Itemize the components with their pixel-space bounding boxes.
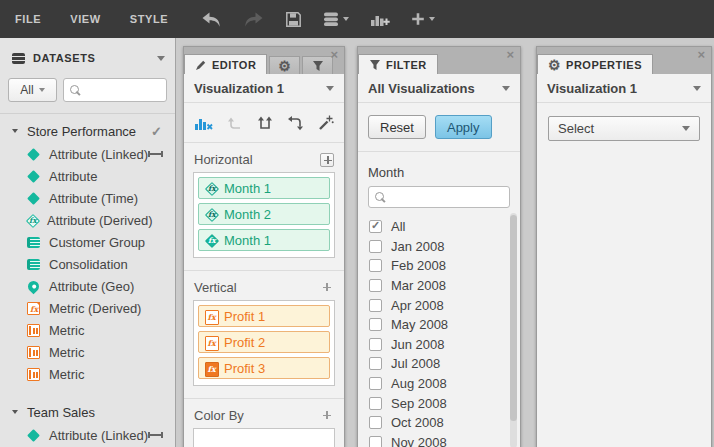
- checkbox[interactable]: [369, 357, 382, 370]
- dataset-object-icon: [27, 346, 40, 359]
- filter-option-row[interactable]: Aug 2008: [369, 374, 520, 394]
- swap-axes-icon[interactable]: [256, 115, 274, 131]
- checkbox[interactable]: [369, 377, 382, 390]
- filter-option-row[interactable]: Jul 2008: [369, 354, 520, 374]
- checkbox[interactable]: [369, 299, 382, 312]
- dataset-tree-row[interactable]: Attribute: [0, 165, 175, 187]
- attribute-chip[interactable]: Month 2: [198, 203, 330, 225]
- color-by-section: Color By: [184, 398, 344, 447]
- filter-search-input[interactable]: [391, 190, 503, 204]
- dataset-tree-row[interactable]: Attribute (Derived): [0, 209, 175, 231]
- dataset-tree-row[interactable]: Consolidation: [0, 253, 175, 275]
- menu-item[interactable]: VIEW: [68, 9, 103, 29]
- auto-arrange-wand-icon[interactable]: [317, 115, 334, 131]
- horizontal-section: Horizontal Month 1 Month 2: [184, 143, 344, 260]
- filter-option-row[interactable]: Apr 2008: [369, 295, 520, 315]
- close-icon[interactable]: ×: [330, 48, 338, 62]
- save-icon[interactable]: [285, 11, 302, 28]
- properties-visualization-selector[interactable]: Visualization 1: [537, 74, 711, 103]
- attribute-chip-label: Month 2: [224, 207, 271, 222]
- properties-select-dropdown[interactable]: Select: [548, 116, 700, 141]
- dataset-tree-row[interactable]: Metric: [0, 363, 175, 385]
- checkbox[interactable]: [369, 397, 382, 410]
- visualization-gallery-icon[interactable]: [194, 115, 213, 131]
- close-icon[interactable]: ×: [506, 48, 514, 62]
- metric-chip[interactable]: Profit 2: [198, 331, 330, 353]
- checkbox[interactable]: [369, 279, 382, 292]
- filter-option-row[interactable]: Feb 2008: [369, 256, 520, 276]
- chevron-down-icon: [343, 17, 349, 21]
- filter-option-row[interactable]: Jan 2008: [369, 237, 520, 257]
- tab-editor-filter[interactable]: [302, 56, 333, 74]
- filter-option-row[interactable]: Jun 2008: [369, 335, 520, 355]
- filter-option-row[interactable]: Oct 2008: [369, 413, 520, 433]
- dataset-scope-dropdown[interactable]: All: [8, 78, 57, 102]
- editor-visualization-selector[interactable]: Visualization 1: [184, 74, 344, 103]
- dataset-search[interactable]: [63, 78, 167, 102]
- menu-item[interactable]: STYLE: [128, 9, 170, 29]
- filter-option-row[interactable]: Nov 2008: [369, 433, 520, 447]
- add-color-by-button[interactable]: [320, 409, 334, 423]
- checkbox[interactable]: [369, 240, 382, 253]
- tab-properties[interactable]: ⚙ PROPERTIES: [537, 54, 653, 74]
- tab-editor[interactable]: EDITOR: [184, 54, 267, 74]
- dataset-tree-row[interactable]: Attribute (Time): [0, 187, 175, 209]
- dataset-tree-row[interactable]: Attribute (Linked): [0, 424, 175, 446]
- metric-chip[interactable]: Profit 3: [198, 357, 330, 379]
- gear-icon: ⚙: [548, 58, 561, 72]
- workspace-canvas: EDITOR ⚙ × Visualization 1: [176, 38, 714, 447]
- datasets-dropdown-icon[interactable]: [323, 12, 349, 27]
- checkbox[interactable]: [369, 259, 382, 272]
- close-icon[interactable]: ×: [697, 48, 705, 62]
- apply-button[interactable]: Apply: [435, 115, 492, 139]
- datasets-collapse-caret-icon[interactable]: [157, 56, 165, 61]
- add-horizontal-attribute-button[interactable]: [320, 153, 334, 167]
- rotate-layout-icon[interactable]: [287, 115, 304, 131]
- dataset-tree-row[interactable]: Metric: [0, 341, 175, 363]
- add-dropdown-icon[interactable]: [411, 12, 435, 26]
- filter-search[interactable]: [368, 186, 510, 208]
- menu-item[interactable]: FILE: [13, 9, 43, 29]
- main-toolbar: FILE VIEW STYLE: [0, 0, 714, 38]
- dataset-search-input[interactable]: [86, 83, 160, 97]
- dataset-object-label: Metric: [49, 323, 84, 338]
- tab-editor-settings[interactable]: ⚙: [269, 56, 300, 74]
- dataset-tree-row[interactable]: [0, 385, 175, 400]
- dataset-tree-row[interactable]: Metric (Derived): [0, 297, 175, 319]
- chevron-down-icon: [682, 126, 690, 131]
- add-visualization-icon[interactable]: [370, 11, 390, 27]
- checkbox[interactable]: [369, 220, 382, 233]
- dataset-tree-row[interactable]: Attribute (Linked): [0, 143, 175, 165]
- checkbox[interactable]: [369, 436, 382, 447]
- dataset-tree-row[interactable]: Customer Group: [0, 231, 175, 253]
- dataset-tree-row[interactable]: Team Sales: [0, 400, 175, 424]
- filter-option-row[interactable]: Sep 2008: [369, 393, 520, 413]
- tab-properties-label: PROPERTIES: [566, 59, 642, 71]
- add-vertical-metric-button[interactable]: [320, 281, 334, 295]
- scrollbar-thumb[interactable]: [510, 215, 517, 421]
- filter-option-row[interactable]: Mar 2008: [369, 276, 520, 296]
- filter-option-row[interactable]: May 2008: [369, 315, 520, 335]
- metric-chip[interactable]: Profit 1: [198, 305, 330, 327]
- datasets-sidebar: DATASETS All Store Performance: [0, 38, 176, 447]
- dataset-object-label: Attribute (Time): [49, 191, 138, 206]
- dataset-tree-row[interactable]: Store Performance: [0, 119, 175, 143]
- editor-visualization-value: Visualization 1: [194, 81, 284, 96]
- filter-option-label: Aug 2008: [391, 376, 447, 391]
- tab-filter[interactable]: FILTER: [358, 54, 438, 74]
- filter-target-selector[interactable]: All Visualizations: [358, 74, 520, 103]
- filter-panel-header: FILTER ×: [358, 47, 520, 74]
- dataset-tree-row[interactable]: Metric: [0, 319, 175, 341]
- dataset-tree-row[interactable]: Attribute (Geo): [0, 275, 175, 297]
- dataset-object-icon: [27, 368, 40, 381]
- reset-button[interactable]: Reset: [368, 115, 426, 139]
- attribute-chip[interactable]: Month 1: [198, 177, 330, 199]
- checkbox[interactable]: [369, 318, 382, 331]
- filter-option-row[interactable]: All: [369, 217, 520, 237]
- color-by-label: Color By: [194, 408, 244, 423]
- undo-icon[interactable]: [201, 11, 222, 28]
- checkbox[interactable]: [369, 416, 382, 429]
- attribute-chip[interactable]: Month 1: [198, 229, 330, 251]
- checkbox[interactable]: [369, 338, 382, 351]
- dataset-object-icon: [27, 148, 40, 161]
